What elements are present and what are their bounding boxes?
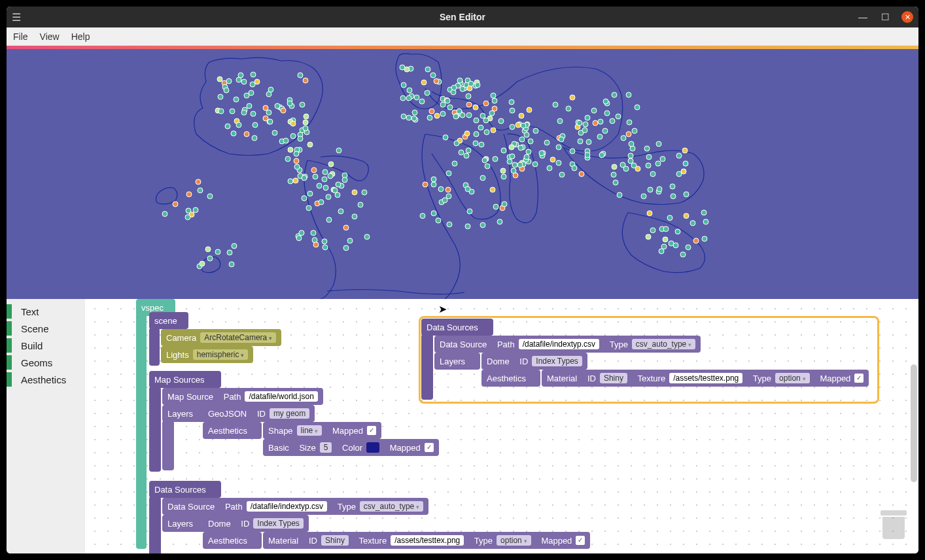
block-basic[interactable]: Basic Size5 Color. Mapped✓ [263, 439, 439, 456]
svg-point-350 [701, 210, 707, 215]
block-datasources-highlighted[interactable]: Data Sources Data Source Path/datafile/i… [420, 317, 878, 402]
dome-id-1[interactable]: Index Types [253, 518, 304, 529]
material-id-1[interactable]: Shiny [321, 535, 349, 546]
close-button[interactable]: ✕ [901, 11, 913, 23]
block-scene[interactable]: scene [149, 312, 188, 329]
svg-point-21 [303, 78, 308, 83]
geojson-id[interactable]: my geom [270, 408, 309, 419]
svg-point-194 [466, 102, 472, 107]
maximize-button[interactable]: ☐ [879, 11, 891, 23]
svg-point-107 [322, 239, 327, 244]
camera-dropdown[interactable]: ArcRotateCamera [200, 332, 276, 343]
toolbox-item-scene[interactable]: Scene [7, 320, 85, 337]
svg-point-315 [660, 156, 665, 162]
svg-point-31 [217, 77, 222, 82]
texture-path-2[interactable]: /assets/testtex.png [669, 373, 742, 383]
svg-point-211 [480, 222, 485, 228]
minimize-button[interactable]: — [857, 11, 869, 23]
svg-point-332 [648, 187, 653, 192]
toolbox-item-build[interactable]: Build [7, 337, 85, 354]
svg-point-197 [453, 114, 459, 119]
block-layers[interactable]: Layers [162, 405, 208, 422]
menu-help[interactable]: Help [71, 31, 90, 42]
texture-type-2[interactable]: option [775, 373, 810, 383]
svg-point-156 [406, 96, 411, 101]
datasource-type-1[interactable]: csv_auto_type [360, 501, 423, 512]
lights-dropdown[interactable]: hemispheric [193, 349, 249, 360]
block-datasources-1[interactable]: Data Sources [149, 481, 221, 498]
workspace-scrollbar[interactable] [911, 364, 917, 482]
color-swatch[interactable]: . [366, 442, 379, 453]
block-dome-2[interactable]: Dome IDIndex Types [481, 353, 587, 370]
svg-point-180 [483, 101, 489, 106]
svg-point-220 [431, 177, 436, 182]
svg-point-48 [266, 92, 271, 97]
svg-point-300 [599, 152, 604, 158]
svg-point-228 [431, 211, 436, 216]
mapsource-path[interactable]: /datafile/world.json [245, 391, 317, 402]
block-layers-3[interactable]: Layers [434, 353, 480, 370]
block-shape[interactable]: Shapeline Mapped✓ [263, 422, 381, 439]
material-mapped-1[interactable]: ✓ [576, 536, 585, 545]
svg-point-305 [553, 102, 558, 107]
cursor-icon: ➤ [438, 303, 447, 315]
map-viewport[interactable] [7, 49, 918, 299]
datasource-type-2[interactable]: csv_auto_type [632, 339, 695, 349]
svg-point-148 [406, 115, 411, 120]
block-layers-2[interactable]: Layers [162, 515, 208, 532]
trash-icon[interactable] [881, 510, 907, 540]
block-aesthetics-3[interactable]: Aesthetics [481, 370, 540, 387]
block-aesthetics-2[interactable]: Aesthetics [203, 532, 262, 549]
titlebar: ☰ Sen Editor — ☐ ✕ [7, 7, 918, 27]
texture-type-1[interactable]: option [497, 535, 531, 546]
svg-point-341 [617, 192, 622, 198]
block-material-1[interactable]: Material IDShiny Texture/assets/testtex.… [263, 532, 590, 549]
datasource-path-1[interactable]: /datafile/indextyp.csv [247, 501, 327, 512]
block-mapsource[interactable]: Map Source Path/datafile/world.json [162, 388, 323, 405]
toolbox-item-text[interactable]: Text [7, 303, 85, 320]
svg-point-111 [335, 192, 340, 198]
svg-point-135 [400, 96, 406, 101]
svg-point-281 [616, 114, 621, 119]
svg-point-380 [207, 256, 213, 261]
block-vspec-body [136, 313, 147, 549]
block-aesthetics-1[interactable]: Aesthetics [203, 422, 262, 439]
toolbox-item-geoms[interactable]: Geoms [7, 354, 85, 371]
shape-dropdown[interactable]: line [297, 425, 323, 436]
block-geojson[interactable]: GeoJSON IDmy geom [203, 405, 315, 422]
svg-point-344 [650, 171, 655, 177]
svg-point-357 [675, 229, 680, 234]
window-title: Sen Editor [7, 12, 918, 22]
svg-point-232 [447, 222, 452, 227]
block-datasource-1[interactable]: Data Source Path/datafile/indextyp.csv T… [162, 498, 428, 515]
svg-point-276 [539, 150, 544, 156]
basic-mapped-checkbox[interactable]: ✓ [425, 443, 434, 452]
texture-path-1[interactable]: /assets/testtex.png [391, 535, 464, 546]
block-workspace[interactable]: ➤ vspec scene CameraArcRotateCamera Ligh… [85, 299, 918, 553]
block-lights[interactable]: Lightshemispheric [161, 346, 253, 363]
block-camera[interactable]: CameraArcRotateCamera [161, 329, 281, 346]
toolbox-item-aesthetics[interactable]: Aesthetics [7, 371, 85, 388]
size-field[interactable]: 5 [320, 442, 332, 453]
svg-point-215 [445, 187, 451, 192]
material-id-2[interactable]: Shiny [600, 373, 627, 383]
block-mapsources[interactable]: Map Sources [149, 371, 221, 388]
svg-point-338 [628, 158, 633, 164]
datasource-path-2[interactable]: /datafile/indextyp.csv [519, 339, 599, 349]
svg-point-22 [287, 101, 292, 106]
block-dome-1[interactable]: Dome IDIndex Types [203, 515, 309, 532]
material-mapped-2[interactable]: ✓ [854, 374, 864, 383]
svg-point-212 [446, 194, 451, 199]
svg-point-210 [490, 187, 495, 192]
menu-file[interactable]: File [13, 31, 28, 42]
hamburger-icon[interactable]: ☰ [7, 11, 26, 24]
block-datasource-2[interactable]: Data Source Path/datafile/indextyp.csv T… [434, 336, 701, 353]
menu-view[interactable]: View [40, 31, 60, 42]
svg-point-78 [288, 147, 293, 152]
block-material-2[interactable]: Material IDShiny Texture/assets/testtex.… [542, 370, 869, 387]
dome-id-2[interactable]: Index Types [532, 356, 582, 366]
svg-point-203 [524, 154, 529, 160]
svg-point-314 [585, 115, 590, 120]
svg-point-246 [528, 139, 533, 144]
shape-mapped-checkbox[interactable]: ✓ [367, 426, 376, 435]
